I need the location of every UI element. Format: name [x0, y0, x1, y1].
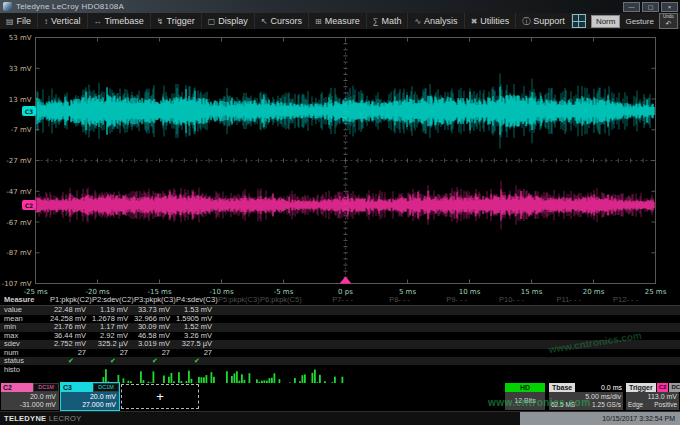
menu-item-label: File	[17, 16, 32, 26]
vertical-icon: ↕	[44, 17, 48, 26]
measure-icon: ⊞	[315, 17, 322, 26]
channel-marker-c2[interactable]: C2	[22, 200, 36, 210]
channel-id-label: C2	[1, 383, 33, 392]
measure-row-label: value	[0, 306, 50, 315]
channel-offset: 27.000 mV	[64, 401, 116, 409]
channel-marker-label: C3	[25, 108, 34, 115]
menu-support[interactable]: ⓘSupport	[516, 13, 572, 29]
menu-item-label: Cursors	[270, 16, 302, 26]
timestamp: 10/15/2017 3:32:54 PM	[602, 415, 680, 422]
bits-label: 12 Bits	[505, 392, 545, 410]
waveform-display[interactable]: 53 mV33 mV13 mV-7 mV-27 mV-47 mV-67 mV-8…	[0, 30, 680, 300]
gesture-label[interactable]: Gesture	[625, 17, 653, 26]
status-check-icon: ✔	[50, 357, 92, 365]
measure-col-header[interactable]: P3:pkpk(C3)	[134, 295, 176, 305]
measure-row: value22.48 mV1.19 mV33.73 mV1.53 mV	[0, 306, 680, 315]
menu-items: ▤File↕Vertical↔Timebase↯Trigger▢Display↖…	[0, 13, 572, 29]
channel-scale: 20.0 mV	[4, 393, 56, 401]
display-icon: ▢	[208, 17, 216, 26]
menu-trigger[interactable]: ↯Trigger	[151, 13, 202, 29]
measure-col-header[interactable]: P6:pkpk(C5)	[260, 295, 302, 305]
measure-row-label: mean	[0, 315, 50, 324]
undo-icon: ↶	[665, 20, 671, 27]
channel-id-label: C3	[61, 383, 93, 392]
channel-descriptor-c2[interactable]: C2DC1M20.0 mV-31.000 mV	[1, 383, 59, 410]
grid-layout-icon[interactable]	[572, 14, 586, 28]
close-button[interactable]: ×	[661, 2, 678, 12]
menu-item-label: Measure	[325, 16, 360, 26]
menu-vertical[interactable]: ↕Vertical	[38, 13, 88, 29]
analysis-icon: ∿	[414, 17, 421, 26]
measure-value: 27	[50, 349, 92, 358]
trigger-mode-indicator[interactable]: Norm	[591, 15, 621, 28]
minimize-button[interactable]: —	[623, 2, 640, 12]
y-axis-label: -67 mV	[6, 219, 31, 227]
menu-utilities[interactable]: ✖Utilities	[465, 13, 517, 29]
trigger-icon: ↯	[157, 17, 164, 26]
trigger-label: Trigger	[626, 383, 656, 392]
y-axis-label: 33 mV	[9, 65, 32, 73]
measure-col-header[interactable]: P10- - -	[473, 295, 530, 305]
channel-body: 20.0 mV-31.000 mV	[1, 392, 59, 410]
measure-row: num27272727	[0, 349, 680, 358]
menu-item-label: Display	[218, 16, 248, 26]
menu-measure[interactable]: ⊞Measure	[309, 13, 367, 29]
measure-col-header[interactable]: P12- - -	[587, 295, 644, 305]
measure-col-header[interactable]: P4:sdev(C3)	[176, 295, 218, 305]
measure-panel: MeasureP1:pkpk(C2)P2:sdev(C2)P3:pkpk(C3)…	[0, 295, 680, 383]
timebase-icon: ↔	[94, 17, 102, 26]
measure-value: 32.966 mV	[134, 315, 176, 324]
measure-title: Measure	[0, 295, 50, 305]
measure-col-header[interactable]: P9- - -	[416, 295, 473, 305]
measure-status-row: status✔✔✔✔	[0, 357, 680, 365]
channel-marker-c3[interactable]: C3	[22, 106, 36, 116]
add-trace-button[interactable]: +	[121, 384, 199, 409]
measure-value: 46.58 mV	[134, 332, 176, 341]
menu-file[interactable]: ▤File	[0, 13, 38, 29]
measure-col-header[interactable]: P7- - -	[302, 295, 359, 305]
measure-col-header[interactable]: P2:sdev(C2)	[92, 295, 134, 305]
menu-analysis[interactable]: ∿Analysis	[408, 13, 464, 29]
measure-value: 22.48 mV	[50, 306, 92, 315]
timebase-box[interactable]: Tbase 0.0 ms 5.00 ms/div 62.5 MS 1.25 GS…	[549, 383, 623, 410]
measure-col-header[interactable]: P1:pkpk(C2)	[50, 295, 92, 305]
acquisition-box[interactable]: HD 12 Bits	[505, 383, 545, 410]
trigger-position-marker[interactable]	[340, 277, 352, 284]
oscilloscope-screen: Teledyne LeCroy HDO8108A —▢× ▤File↕Verti…	[0, 0, 680, 425]
coupling-badge: DC1M	[33, 383, 59, 392]
undo-button[interactable]: Undo↶	[659, 13, 678, 29]
y-axis-label: -47 mV	[6, 188, 31, 196]
menu-item-label: Utilities	[480, 16, 509, 26]
support-icon: ⓘ	[522, 16, 530, 27]
menu-math[interactable]: ∑Math	[367, 13, 409, 29]
measure-col-header[interactable]: P11- - -	[530, 295, 587, 305]
brand-lecroy: LECROY	[49, 414, 82, 423]
title-bar: Teledyne LeCroy HDO8108A —▢×	[0, 0, 680, 13]
trigger-source-badge: C2	[657, 383, 669, 392]
brand: TELEDYNE LECROY	[0, 414, 81, 423]
measure-histo-row: histo	[0, 365, 680, 385]
sample-rate: 1.25 GS/s	[592, 401, 621, 409]
menu-display[interactable]: ▢Display	[202, 13, 255, 29]
measure-col-header[interactable]: P8- - -	[359, 295, 416, 305]
measure-value: 1.53 mV	[176, 306, 218, 315]
menu-item-label: Math	[381, 16, 401, 26]
y-axis-label: 53 mV	[9, 34, 32, 42]
trigger-box[interactable]: Trigger C2 DC 113.0 mV Edge Positive	[626, 383, 679, 410]
brand-teledyne: TELEDYNE	[4, 414, 46, 423]
measure-value: 21.76 mV	[50, 323, 92, 332]
channel-descriptor-c3[interactable]: C3DC1M20.0 mV27.000 mV	[61, 383, 119, 410]
file-icon: ▤	[6, 17, 14, 26]
coupling-badge: DC1M	[93, 383, 119, 392]
timebase-label: Tbase	[549, 383, 575, 392]
measure-row-label: status	[0, 357, 50, 365]
measure-row: max36.44 mV2.92 mV46.58 mV3.26 mV	[0, 332, 680, 341]
measure-row: mean24.258 mV1.2678 mV32.966 mV1.5905 mV	[0, 315, 680, 324]
descriptor-bar: C2DC1M20.0 mV-31.000 mVC3DC1M20.0 mV27.0…	[0, 383, 680, 411]
histogram-thumbnails	[100, 365, 345, 385]
menu-item-label: Analysis	[424, 16, 458, 26]
maximize-button[interactable]: ▢	[642, 2, 659, 12]
menu-cursors[interactable]: ↖Cursors	[255, 13, 309, 29]
menu-timebase[interactable]: ↔Timebase	[88, 13, 151, 29]
measure-col-header[interactable]: P5:pkpk(C3)	[218, 295, 260, 305]
